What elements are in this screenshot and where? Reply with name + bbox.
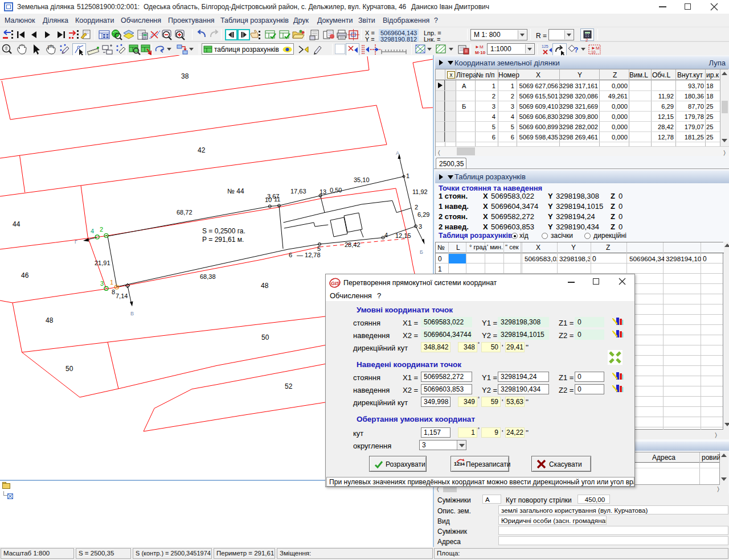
svg-text:3: 3 bbox=[100, 280, 104, 287]
svg-text:2: 2 bbox=[585, 38, 588, 42]
svg-text:125: 125 bbox=[542, 44, 548, 48]
svg-text:1: 1 bbox=[110, 279, 113, 286]
svg-text:11: 11 bbox=[274, 196, 280, 203]
svg-text:11,92: 11,92 bbox=[412, 188, 428, 195]
svg-text::10: :10 bbox=[590, 50, 596, 54]
svg-text:46: 46 bbox=[21, 271, 29, 279]
svg-text:А: А bbox=[396, 150, 399, 156]
svg-text:4: 4 bbox=[91, 228, 94, 234]
svg-text:GIS: GIS bbox=[331, 281, 340, 286]
svg-text:44: 44 bbox=[13, 220, 21, 228]
svg-text:3: 3 bbox=[419, 223, 422, 230]
svg-text:►M: ►M bbox=[475, 44, 484, 50]
svg-text:125: 125 bbox=[47, 45, 54, 48]
svg-text:Р = 291,61 м.: Р = 291,61 м. bbox=[202, 236, 244, 244]
svg-text:Б: Б bbox=[420, 249, 423, 255]
svg-text:6: 6 bbox=[289, 252, 292, 258]
svg-text:6,29: 6,29 bbox=[417, 211, 429, 218]
svg-text:— 12,78: — 12,78 bbox=[297, 252, 321, 258]
svg-text:68,38: 68,38 bbox=[200, 273, 216, 280]
svg-text:2: 2 bbox=[100, 226, 103, 233]
svg-text:№ 44: № 44 bbox=[227, 187, 244, 195]
svg-text:35,10: 35,10 bbox=[354, 176, 370, 183]
svg-text:38: 38 bbox=[181, 72, 189, 80]
svg-text:Г: Г bbox=[75, 239, 77, 245]
svg-text:48: 48 bbox=[261, 282, 269, 290]
svg-text:7,14: 7,14 bbox=[116, 293, 128, 299]
svg-text:В: В bbox=[130, 311, 134, 316]
svg-text:42: 42 bbox=[198, 146, 206, 154]
svg-text:50: 50 bbox=[261, 333, 269, 341]
svg-text:1: 1 bbox=[406, 172, 409, 179]
svg-text:0,50: 0,50 bbox=[330, 187, 342, 193]
svg-text:48: 48 bbox=[46, 316, 54, 324]
svg-text:4: 4 bbox=[384, 232, 388, 238]
svg-text:68,72: 68,72 bbox=[177, 209, 193, 216]
svg-text:21,91: 21,91 bbox=[95, 260, 110, 266]
svg-text:?: ? bbox=[574, 46, 578, 54]
svg-text:28,42: 28,42 bbox=[345, 241, 361, 248]
svg-text:52: 52 bbox=[285, 382, 293, 390]
svg-text:2: 2 bbox=[415, 204, 418, 211]
svg-text:M·10: M·10 bbox=[475, 50, 486, 55]
svg-text:50: 50 bbox=[65, 365, 73, 373]
svg-text:8: 8 bbox=[112, 289, 115, 295]
svg-text:17,63: 17,63 bbox=[290, 188, 306, 195]
svg-text:S = 0,2500 га.: S = 0,2500 га. bbox=[202, 227, 245, 235]
svg-text:13: 13 bbox=[320, 188, 326, 195]
svg-text:12,15: 12,15 bbox=[395, 232, 411, 239]
svg-text:10: 10 bbox=[265, 196, 272, 203]
